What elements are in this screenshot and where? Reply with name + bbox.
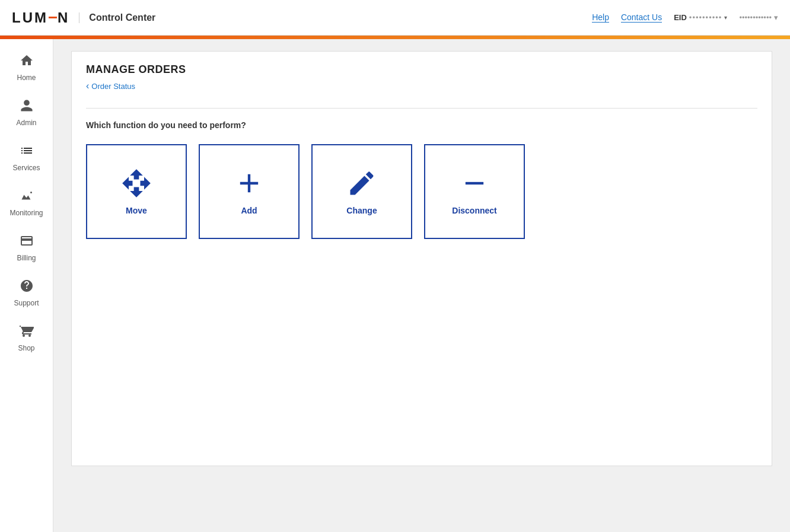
logo-text: LUMN <box>12 9 69 26</box>
action-card-disconnect[interactable]: Disconnect <box>424 144 525 239</box>
app-title: Control Center <box>79 12 155 23</box>
eid-value: •••••••••• <box>689 13 722 22</box>
sidebar-item-home[interactable]: Home <box>0 45 53 90</box>
contact-link[interactable]: Contact Us <box>621 12 662 23</box>
user-chevron[interactable]: ▾ <box>774 13 778 22</box>
divider <box>86 108 757 109</box>
action-label-move: Move <box>126 206 147 215</box>
sidebar-label-monitoring: Monitoring <box>9 209 43 217</box>
action-card-move[interactable]: Move <box>86 144 187 239</box>
eid-section: EID •••••••••• ▾ <box>674 13 727 22</box>
content-area: MANAGE ORDERS Order Status Which functio… <box>53 39 790 532</box>
shop-icon <box>20 324 34 342</box>
monitoring-icon <box>20 189 34 206</box>
user-section: •••••••••••• ▾ <box>739 13 778 22</box>
function-question: Which function do you need to perform? <box>86 120 757 130</box>
sidebar-item-admin[interactable]: Admin <box>0 90 53 135</box>
sidebar-item-monitoring[interactable]: Monitoring <box>0 180 53 225</box>
content-card: MANAGE ORDERS Order Status Which functio… <box>71 51 772 466</box>
sidebar-label-billing: Billing <box>17 254 36 262</box>
logo: LUMN <box>12 9 69 26</box>
main-layout: Home Admin Services Monitoring Billing <box>0 39 790 532</box>
sidebar-item-support[interactable]: Support <box>0 270 53 316</box>
home-icon <box>20 53 34 71</box>
add-icon <box>234 168 265 199</box>
sidebar: Home Admin Services Monitoring Billing <box>0 39 53 532</box>
services-icon <box>20 144 34 161</box>
sidebar-label-shop: Shop <box>18 344 34 352</box>
billing-icon <box>20 234 34 251</box>
sidebar-item-services[interactable]: Services <box>0 135 53 180</box>
action-label-change: Change <box>346 206 377 215</box>
header: LUMN Control Center Help Contact Us EID … <box>0 0 790 36</box>
sidebar-item-shop[interactable]: Shop <box>0 316 53 361</box>
sidebar-label-admin: Admin <box>16 119 36 127</box>
move-icon <box>121 168 152 199</box>
support-icon <box>20 279 34 297</box>
sidebar-label-services: Services <box>12 164 40 172</box>
sidebar-label-home: Home <box>17 74 36 82</box>
sidebar-label-support: Support <box>14 299 39 307</box>
eid-label: EID <box>674 13 687 22</box>
action-cards: Move Add Change <box>86 144 757 239</box>
admin-icon <box>20 98 34 116</box>
header-right: Help Contact Us EID •••••••••• ▾ •••••••… <box>592 12 778 23</box>
change-icon <box>346 168 377 199</box>
eid-chevron[interactable]: ▾ <box>724 14 727 21</box>
sidebar-item-billing[interactable]: Billing <box>0 225 53 270</box>
page-title: MANAGE ORDERS <box>86 63 757 76</box>
action-card-add[interactable]: Add <box>199 144 300 239</box>
breadcrumb-link[interactable]: Order Status <box>86 81 135 91</box>
action-card-change[interactable]: Change <box>311 144 412 239</box>
help-link[interactable]: Help <box>592 12 609 23</box>
action-label-add: Add <box>241 206 257 215</box>
user-value: •••••••••••• <box>739 13 772 22</box>
action-label-disconnect: Disconnect <box>452 206 496 215</box>
disconnect-icon <box>459 168 490 199</box>
